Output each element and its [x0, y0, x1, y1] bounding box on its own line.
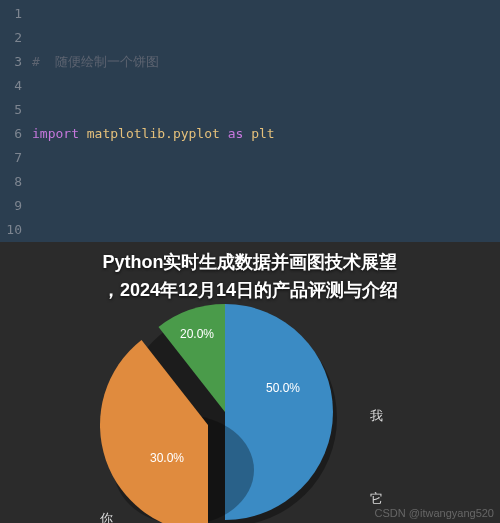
code-keyword: as — [228, 126, 244, 141]
code-editor: 1 2 3 4 5 6 7 8 9 10 # 随便绘制一个饼图 import m… — [0, 0, 500, 242]
code-alias: plt — [251, 126, 274, 141]
line-number: 4 — [2, 74, 22, 98]
code-comment: # 随便绘制一个饼图 — [32, 54, 159, 69]
title-line1: Python实时生成数据并画图技术展望 — [103, 252, 398, 272]
pie-label-ni: 你 — [100, 510, 113, 523]
line-number: 3 — [2, 50, 22, 74]
line-number: 2 — [2, 26, 22, 50]
line-number: 5 — [2, 98, 22, 122]
watermark-text: CSDN @itwangyang520 — [375, 507, 494, 519]
code-content: # 随便绘制一个饼图 import matplotlib.pyplot as p… — [28, 0, 500, 242]
line-number: 9 — [2, 194, 22, 218]
code-module: matplotlib.pyplot — [87, 126, 220, 141]
pie-chart: 50.0% 30.0% 20.0% — [95, 282, 355, 523]
pie-pct-ni: 30.0% — [150, 451, 184, 465]
line-number: 7 — [2, 146, 22, 170]
line-number: 10 — [2, 218, 22, 242]
line-number: 8 — [2, 170, 22, 194]
pie-pct-wo: 50.0% — [266, 381, 300, 395]
code-keyword: import — [32, 126, 79, 141]
title-line2: ，2024年12月14日的产品评测与介绍 — [102, 280, 398, 300]
pie-pct-ta: 20.0% — [180, 327, 214, 341]
line-number: 1 — [2, 2, 22, 26]
line-number: 6 — [2, 122, 22, 146]
line-gutter: 1 2 3 4 5 6 7 8 9 10 — [0, 0, 28, 242]
pie-label-ta: 它 — [370, 490, 383, 508]
pie-label-wo: 我 — [370, 407, 383, 425]
article-title-overlay: Python实时生成数据并画图技术展望 ，2024年12月14日的产品评测与介绍 — [40, 248, 460, 304]
